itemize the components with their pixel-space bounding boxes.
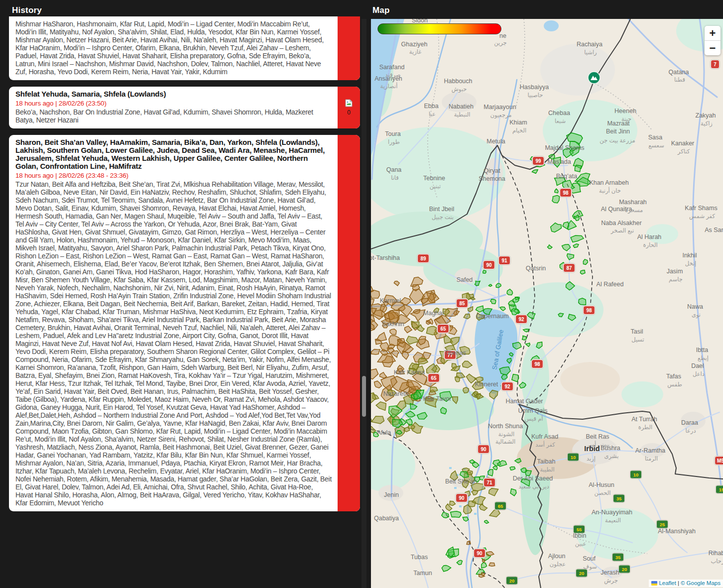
map-label: Tiberias [444,350,466,356]
svg-text:98: 98 [563,190,569,196]
svg-text:10: 10 [571,455,576,460]
route-badge: 65 [428,373,440,383]
map-label: Jenin [384,491,399,498]
map-label: Ansariyeh [374,75,402,82]
alert-card-title: Shfelat Yehuda, Samaria, Shfela (Lowland… [15,90,332,98]
map-label: Beit Ras [586,433,609,440]
map-label: حبوش [452,86,467,93]
alert-polygon [521,468,527,472]
route-badge: 90 [483,260,495,270]
map-viewport[interactable]: 9998789909187856592987765989290719090M51… [371,19,723,588]
map-label: عبين [575,541,587,548]
route-badge: 15 [716,485,723,494]
map-label: Hasbaiyya [520,84,549,91]
map-label: Sakhnin [381,321,404,328]
route-badge: 89 [417,254,430,263]
map-panel-title: Map [372,5,390,15]
svg-text:90: 90 [486,262,492,268]
svg-text:87: 87 [566,265,572,271]
svg-text:10: 10 [633,472,639,477]
history-scrollbar-thumb[interactable] [362,376,366,417]
google-maps-link[interactable]: © Google Maps [681,580,721,586]
alert-image-count: 0 [347,110,351,116]
map-label: Inkhil [682,252,697,259]
alert-card[interactable]: Mishmar HaSharon, Hashmonaim, Kfar Rut, … [9,16,360,80]
svg-text:90: 90 [459,495,465,501]
map-label: جاسم [669,276,683,283]
map-label: Nawa [687,303,703,310]
alert-card[interactable]: Shfelat Yehuda, Samaria, Shfela (Lowland… [9,87,360,128]
map-label: Masharah [619,199,647,206]
svg-text:15: 15 [719,487,723,492]
map-label: At Turrah [631,416,657,423]
map-label: Khiam [509,119,527,126]
map-label: سوف [583,564,597,571]
map-label: النعيمة [605,517,621,523]
map-label: Afula [377,429,391,436]
map-label: Majdal Shams [545,144,584,151]
map-label: Kanaker [671,140,695,147]
map-label: Shemona [479,175,505,182]
map-label: أنصارية [380,82,398,90]
map-label: An-Nuayyimah [592,509,632,516]
zoom-in-button[interactable]: + [705,26,721,40]
map-label: قطنا [674,77,685,83]
map-label: Hamat Gader [505,398,543,405]
map-label: Qabatiya [374,515,399,522]
leaflet-link[interactable]: Leaflet [659,580,676,586]
alert-card-title: Sharon, Beit Sha’an Valley, HaAmakim, Sa… [15,138,332,170]
map-label: Qana [386,166,402,173]
svg-text:98: 98 [534,361,540,367]
map-label: Kafr Kanna [394,369,425,376]
map-canvas[interactable]: 9998789909187856592987765989290719090M51… [371,19,723,588]
map-label: As Sanam [705,227,723,234]
svg-text:65: 65 [440,326,446,332]
map-label: Marjaayoun [483,104,516,111]
map-label: غازية [409,49,421,56]
alert-card-timestamp: 18 hours ago | 28/02/26 (23:50) [15,99,332,108]
map-label: الشمالية [495,439,515,445]
map-label: مسحرة [625,207,643,214]
svg-text:90: 90 [481,447,486,452]
map-label: Taibah [537,458,556,465]
alert-card[interactable]: Sharon, Beit Sha’an Valley, HaAmakim, Sa… [9,135,360,511]
map-label: حاصبيا [528,92,543,98]
map-label: Qiryat [483,167,500,174]
route-badge: 65 [437,324,450,334]
map-label: عجلون [550,561,566,568]
route-badge: 90 [456,493,468,503]
map-label: بنت جبيل [432,214,454,220]
mt-hermon-marker[interactable] [588,72,600,84]
map-label: Tubas [411,554,428,561]
map-label: Beit Jinn [606,128,630,135]
map-label: Nazareth [383,390,409,397]
map-label: Tamun [413,570,432,577]
route-badge: 98 [560,188,572,198]
history-scrollbar-track[interactable] [362,19,366,588]
map-label: Mazraat [607,120,630,127]
route-badge: 98 [583,306,596,315]
map-label: مزرعة بيت جن [600,137,635,144]
map-label: Buq’ata [556,173,577,180]
map-label: درعا [685,428,696,435]
map-label: Nabatieh [449,103,474,110]
alert-polygon [371,290,379,298]
map-label: كفر شمس [689,213,715,220]
map-label: Umm Qais [518,407,547,414]
map-label: الرمثا [645,456,658,463]
map-label: قانا [391,175,399,181]
route-badge: 65 [494,502,506,510]
route-badge: 90 [478,445,490,454]
map-label: Kfar Tavor [423,395,452,402]
route-badge: 90 [474,549,486,558]
map-label: خان أرنبة [599,187,621,195]
alert-polygon [488,284,492,286]
map-label: Bushra [601,445,620,452]
map-label: Irbid [584,445,600,453]
map-label: مرجعيون [490,112,511,119]
map-label: ne [499,32,506,39]
map-label: Capernaum [476,313,508,320]
zoom-out-button[interactable]: − [705,41,721,55]
map-label: Beit She’an [445,478,477,485]
alert-severity-strip [338,16,360,80]
